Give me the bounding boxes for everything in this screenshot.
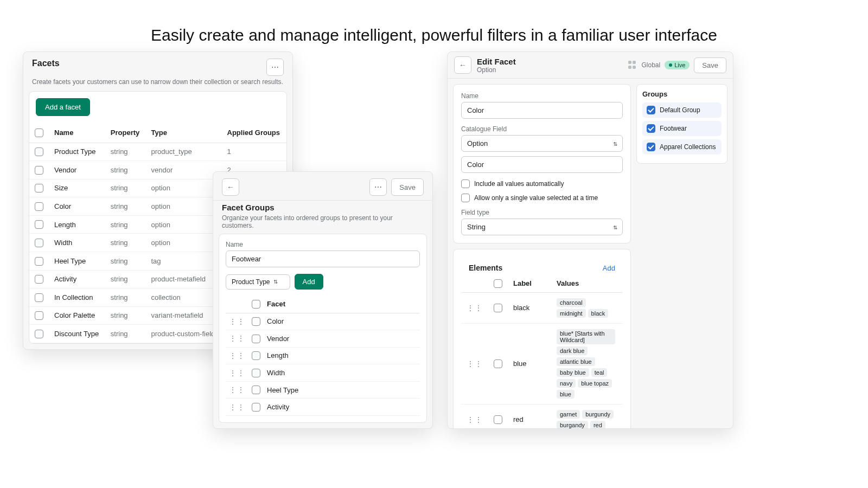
cell-type: product_type <box>145 143 221 161</box>
facet-name: Length <box>264 347 420 364</box>
drag-handle-icon[interactable]: ⋮⋮ <box>229 369 245 377</box>
element-row[interactable]: ⋮⋮redgarnetburgundyburgandyred <box>461 404 623 429</box>
facet-groups-panel: ← ⋯ Save Facet Groups Organize your face… <box>213 171 433 429</box>
facet-name: Heel Type <box>264 381 420 399</box>
cell-property: string <box>105 161 146 179</box>
facet-name: Activity <box>264 399 420 416</box>
value-tag[interactable]: midnight <box>557 309 586 318</box>
row-checkbox[interactable] <box>252 317 260 326</box>
group-checkbox[interactable] <box>647 106 655 114</box>
group-item[interactable]: Apparel Collections <box>642 139 722 155</box>
select-all-checkbox[interactable] <box>494 279 502 288</box>
drag-handle-icon[interactable]: ⋮⋮ <box>229 334 245 343</box>
list-item[interactable]: ⋮⋮Heel Type <box>226 381 420 399</box>
add-element-link[interactable]: Add <box>603 264 615 272</box>
more-button[interactable]: ⋯ <box>369 178 387 196</box>
include-all-checkbox[interactable] <box>461 179 470 188</box>
value-tag[interactable]: dark blue <box>557 346 588 355</box>
list-item[interactable]: ⋮⋮Color <box>226 313 420 330</box>
row-checkbox[interactable] <box>252 403 260 412</box>
row-checkbox[interactable] <box>35 293 43 302</box>
facet-name-input[interactable] <box>461 102 623 119</box>
group-checkbox[interactable] <box>647 124 655 133</box>
value-tag[interactable]: red <box>590 421 605 429</box>
value-tag[interactable]: baby blue <box>557 368 589 377</box>
select-all-checkbox[interactable] <box>35 129 43 137</box>
value-tag[interactable]: teal <box>591 368 608 377</box>
edit-facet-panel: ← Edit Facet Option Global Live Save Nam… <box>447 52 733 429</box>
cell-name: Color Palette <box>49 306 105 325</box>
value-tag[interactable]: blue topaz <box>578 379 612 388</box>
row-checkbox[interactable] <box>494 359 502 368</box>
row-checkbox[interactable] <box>35 184 43 192</box>
row-checkbox[interactable] <box>35 166 43 175</box>
row-checkbox[interactable] <box>35 330 43 338</box>
row-checkbox[interactable] <box>252 386 260 394</box>
group-item[interactable]: Default Group <box>642 102 722 118</box>
table-row[interactable]: Product Typestringproduct_type1 <box>29 143 286 161</box>
list-item[interactable]: ⋮⋮Vendor <box>226 330 420 348</box>
back-button[interactable]: ← <box>454 56 471 74</box>
cell-applied: 1 <box>222 143 286 161</box>
drag-handle-icon[interactable]: ⋮⋮ <box>467 415 483 424</box>
element-row[interactable]: ⋮⋮blueblue* [Starts with Wildcard]dark b… <box>461 323 623 404</box>
save-button[interactable]: Save <box>391 178 424 196</box>
cell-name: Discount Type <box>49 325 105 343</box>
value-tag[interactable]: garnet <box>557 410 580 419</box>
add-button[interactable]: Add <box>295 274 323 290</box>
row-checkbox[interactable] <box>494 304 502 312</box>
cell-property: string <box>105 143 146 161</box>
row-checkbox[interactable] <box>35 220 43 229</box>
drag-handle-icon[interactable]: ⋮⋮ <box>467 304 483 312</box>
drag-handle-icon[interactable]: ⋮⋮ <box>229 403 245 412</box>
catalogue-sub-input[interactable] <box>461 156 623 173</box>
list-item[interactable]: ⋮⋮Activity <box>226 399 420 416</box>
select-all-checkbox[interactable] <box>252 300 260 309</box>
group-checkbox[interactable] <box>647 143 655 151</box>
element-label: red <box>508 404 551 429</box>
group-item[interactable]: Footwear <box>642 121 722 136</box>
row-checkbox[interactable] <box>35 275 43 284</box>
row-checkbox[interactable] <box>252 369 260 377</box>
element-row[interactable]: ⋮⋮blackcharcoalmidnightblack <box>461 292 623 323</box>
col-facet: Facet <box>264 295 420 313</box>
list-item[interactable]: ⋮⋮Length <box>226 347 420 364</box>
value-tag[interactable]: charcoal <box>557 298 586 307</box>
drag-handle-icon[interactable]: ⋮⋮ <box>229 317 245 326</box>
name-label: Name <box>461 92 623 100</box>
group-name-input[interactable] <box>226 251 420 267</box>
row-checkbox[interactable] <box>35 239 43 247</box>
row-checkbox[interactable] <box>35 202 43 211</box>
row-checkbox[interactable] <box>35 257 43 266</box>
drag-handle-icon[interactable]: ⋮⋮ <box>229 386 245 394</box>
row-checkbox[interactable] <box>494 415 502 424</box>
row-checkbox[interactable] <box>252 351 260 360</box>
save-button[interactable]: Save <box>694 57 726 73</box>
value-tag[interactable]: burgandy <box>557 421 588 429</box>
value-tag[interactable]: atlantic blue <box>557 357 595 366</box>
row-checkbox[interactable] <box>252 335 260 343</box>
product-type-select[interactable]: Product Type⇅ <box>226 274 290 290</box>
value-tag[interactable]: navy <box>557 379 576 388</box>
back-button[interactable]: ← <box>222 178 239 196</box>
cell-name: Length <box>49 215 105 234</box>
list-item[interactable]: ⋮⋮Width <box>226 364 420 382</box>
field-type-select[interactable] <box>461 219 623 235</box>
row-checkbox[interactable] <box>35 147 43 156</box>
drag-handle-icon[interactable]: ⋮⋮ <box>229 351 245 360</box>
facet-name: Color <box>264 313 420 330</box>
drag-handle-icon[interactable]: ⋮⋮ <box>467 359 483 368</box>
value-tag[interactable]: blue* [Starts with Wildcard] <box>557 329 615 344</box>
cell-property: string <box>105 252 146 270</box>
catalogue-select[interactable] <box>461 135 623 152</box>
value-tag[interactable]: blue <box>557 390 575 399</box>
element-values: charcoalmidnightblack <box>551 292 623 323</box>
row-checkbox[interactable] <box>35 311 43 320</box>
single-value-label: Allow only a single value selected at a … <box>474 194 598 202</box>
add-facet-button[interactable]: Add a facet <box>36 98 90 116</box>
value-tag[interactable]: black <box>588 309 609 318</box>
single-value-checkbox[interactable] <box>461 194 470 202</box>
value-tag[interactable]: burgundy <box>582 410 614 419</box>
more-button[interactable]: ⋯ <box>266 59 284 76</box>
cell-name: In Collection <box>49 288 105 307</box>
